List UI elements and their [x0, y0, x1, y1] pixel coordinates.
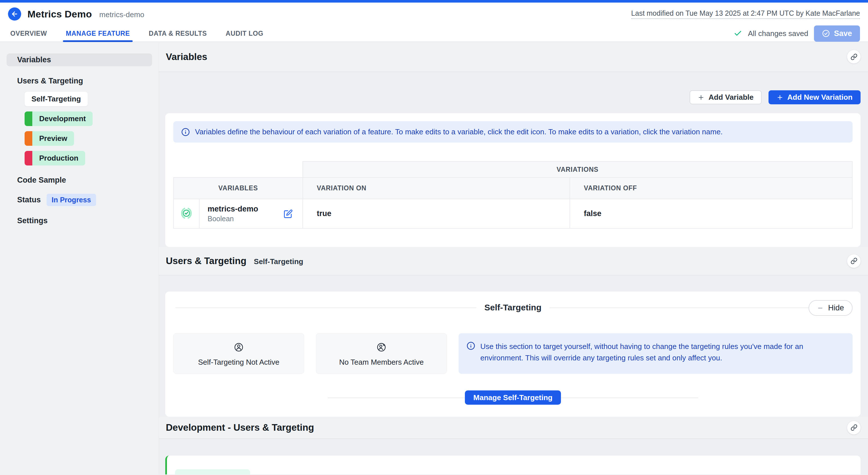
back-button[interactable]: [8, 7, 21, 21]
development-targeting-card: Targeting ON Use targeting rules to conf…: [165, 455, 861, 474]
users-targeting-section-header: Users & Targeting Self-Targeting: [159, 247, 868, 276]
variation-on-value: true: [303, 199, 570, 228]
variable-type: Boolean: [208, 215, 258, 223]
sidebar-item-env-development[interactable]: Development: [25, 112, 93, 126]
target-check-icon: [180, 207, 193, 220]
team-members-status-box: No Team Members Active: [316, 333, 447, 374]
variation-off-value: false: [570, 199, 852, 228]
sidebar-item-code-sample[interactable]: Code Sample: [7, 176, 152, 185]
last-modified-text[interactable]: Last modified on Tue May 13 2025 at 2:47…: [631, 9, 860, 19]
variables-actions: Add Variable Add New Variation: [159, 90, 861, 104]
add-new-variation-button[interactable]: Add New Variation: [769, 90, 861, 104]
top-accent-bar: [0, 0, 868, 3]
variables-info-banner: Variables define the behaviour of each v…: [173, 121, 852, 142]
chain-link-icon: [850, 424, 858, 431]
self-targeting-status-box: Self-Targeting Not Active: [173, 333, 304, 374]
self-targeting-info-banner: Use this section to target yourself, wit…: [459, 333, 852, 374]
manage-self-targeting-button[interactable]: Manage Self-Targeting: [465, 390, 561, 405]
tab-audit-log[interactable]: AUDIT LOG: [225, 26, 263, 41]
status-badge[interactable]: In Progress: [46, 194, 96, 206]
self-targeting-status-row: Self-Targeting Not Active No Team Member…: [173, 333, 852, 374]
self-targeting-card: Self-Targeting Hide Self-Targeting Not A…: [165, 291, 861, 417]
variable-name[interactable]: metrics-demo: [208, 204, 258, 214]
chain-link-icon: [850, 54, 858, 60]
save-button[interactable]: Save: [814, 26, 860, 42]
column-header-variation-on: VARIATION ON: [303, 178, 570, 199]
feature-key: metrics-demo: [99, 9, 144, 19]
users-targeting-title: Users & Targeting: [166, 255, 246, 266]
add-variable-button[interactable]: Add Variable: [690, 90, 762, 104]
variables-anchor-link-button[interactable]: [847, 50, 861, 63]
pencil-square-icon: [284, 209, 293, 218]
save-cluster: All changes saved Save: [734, 26, 860, 42]
column-header-variation-off: VARIATION OFF: [570, 178, 852, 199]
app-header: Metrics Demo metrics-demo Last modified …: [0, 3, 868, 26]
hide-button[interactable]: Hide: [809, 300, 852, 316]
development-section-title: Development - Users & Targeting: [166, 422, 314, 433]
manage-self-targeting-row: Manage Self-Targeting: [173, 390, 852, 405]
arrow-left-icon: [11, 10, 18, 18]
self-targeting-info-text: Use this section to target yourself, wit…: [480, 341, 844, 364]
sidebar-item-env-preview[interactable]: Preview: [25, 131, 74, 146]
chain-link-icon: [850, 257, 858, 264]
tab-manage-feature[interactable]: MANAGE FEATURE: [66, 26, 130, 41]
sidebar-item-users-targeting[interactable]: Users & Targeting: [7, 76, 152, 86]
sidebar-status-row: Status In Progress: [7, 194, 152, 206]
sidebar-item-settings[interactable]: Settings: [7, 216, 152, 225]
minus-icon: [817, 305, 824, 311]
env-color-swatch-development: [25, 112, 32, 126]
variables-section-title: Variables: [166, 52, 207, 62]
page-title: Metrics Demo: [27, 8, 92, 20]
variable-name-cell: metrics-demo Boolean: [199, 199, 303, 228]
env-color-swatch-production: [25, 151, 32, 165]
self-targeting-title-row: Self-Targeting Hide: [173, 299, 852, 316]
table-row: metrics-demo Boolean true false: [174, 199, 852, 228]
table-spacer-cell: [174, 161, 303, 178]
variables-table: VARIATIONS VARIABLES VARIATION ON VARIAT…: [173, 161, 852, 229]
variables-section-header: Variables: [159, 42, 868, 72]
team-members-status-text: No Team Members Active: [339, 358, 424, 367]
edit-variable-button[interactable]: [284, 209, 293, 218]
tab-overview[interactable]: OVERVIEW: [10, 26, 47, 41]
env-color-swatch-preview: [25, 131, 32, 146]
sidebar: Variables Users & Targeting Self-Targeti…: [0, 42, 159, 474]
person-add-circle-icon: [375, 341, 388, 354]
check-icon: [734, 29, 742, 38]
sidebar-item-env-production[interactable]: Production: [25, 151, 85, 165]
plus-icon: [776, 94, 783, 101]
self-targeting-status-text: Self-Targeting Not Active: [198, 358, 280, 367]
sidebar-item-self-targeting[interactable]: Self-Targeting: [25, 92, 88, 106]
variables-info-text: Variables define the behaviour of each v…: [195, 127, 723, 136]
tab-data-results[interactable]: DATA & RESULTS: [149, 26, 207, 41]
users-targeting-anchor-link-button[interactable]: [847, 254, 861, 268]
plus-icon: [698, 94, 705, 101]
column-header-variables: VARIABLES: [174, 178, 303, 199]
active-tab-underline: [63, 40, 133, 42]
person-circle-icon: [232, 341, 245, 354]
circle-check-icon: [822, 29, 830, 37]
tabs-bar: OVERVIEW MANAGE FEATURE DATA & RESULTS A…: [0, 26, 868, 42]
variables-card: Variables define the behaviour of each v…: [165, 113, 861, 247]
saved-status-text: All changes saved: [748, 29, 808, 38]
variable-icon-cell: [174, 199, 199, 228]
sidebar-sub-items: Self-Targeting Development Preview Produ…: [25, 92, 152, 165]
development-section-header: Development - Users & Targeting: [159, 417, 868, 439]
development-anchor-link-button[interactable]: [847, 421, 861, 435]
self-targeting-card-title: Self-Targeting: [476, 303, 549, 312]
main-content: Variables Add Variable Add New Variation…: [159, 42, 868, 474]
targeting-status-box: Targeting ON: [175, 469, 250, 474]
sidebar-item-variables[interactable]: Variables: [7, 54, 152, 66]
info-circle-icon: [467, 342, 475, 350]
sidebar-item-status[interactable]: Status: [7, 195, 41, 204]
info-circle-icon: [181, 128, 190, 136]
variations-group-header: VARIATIONS: [303, 161, 852, 178]
users-targeting-subtitle: Self-Targeting: [254, 256, 303, 266]
